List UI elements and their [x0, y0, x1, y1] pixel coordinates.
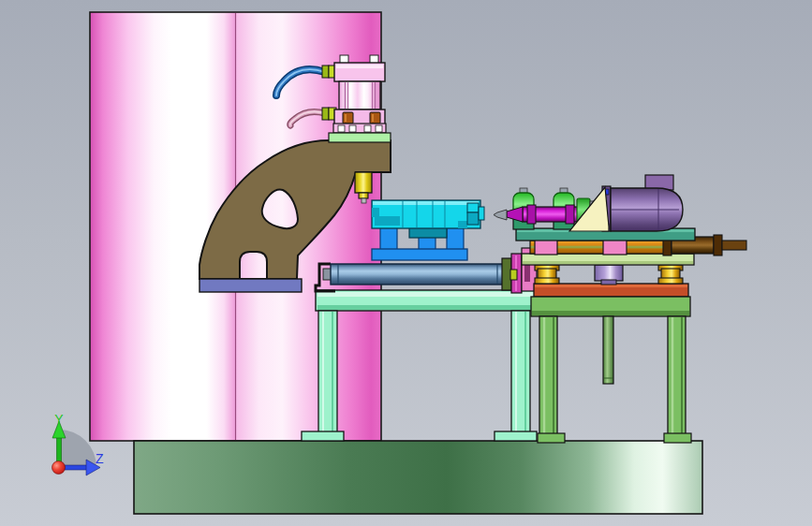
shaft-collar[interactable] [566, 205, 574, 224]
flange-bolt [349, 125, 356, 132]
gold-support-flange[interactable] [535, 278, 559, 284]
brown-cylinder-rod[interactable] [722, 241, 746, 250]
lavender-support-stub[interactable] [601, 280, 616, 285]
tool-tip[interactable] [362, 198, 366, 203]
shading [317, 305, 534, 310]
yellow-quill-step[interactable] [359, 193, 368, 198]
flange-bolt [376, 125, 382, 132]
gold-support-flange[interactable] [658, 278, 683, 284]
fixture-leg[interactable] [447, 227, 464, 251]
shading [336, 65, 383, 68]
copper-nut [343, 112, 353, 124]
right-table-leg-right[interactable] [668, 316, 686, 434]
z-axis-label: Z [96, 451, 104, 466]
shading [523, 261, 693, 264]
yellow-quill[interactable] [355, 172, 372, 193]
right-table-leg-left[interactable] [539, 316, 557, 434]
left-table-foot-left[interactable] [302, 431, 344, 441]
base-plinth-part[interactable] [134, 441, 702, 514]
flange-bolt [364, 125, 371, 132]
left-table-leg-right[interactable] [511, 311, 530, 432]
hanging-rod[interactable] [603, 316, 613, 384]
shaft-collar[interactable] [527, 205, 536, 224]
brown-cylinder-flange[interactable] [714, 235, 722, 256]
shading [458, 221, 467, 228]
fixture-step[interactable] [467, 203, 479, 212]
flange-bolt [338, 125, 345, 132]
slide-cylinder-barrel[interactable] [331, 264, 504, 285]
right-table-foot-left[interactable] [538, 433, 565, 443]
copper-nut [370, 112, 380, 124]
shading [532, 311, 689, 315]
cad-scene: Y Z [0, 0, 812, 526]
left-table-leg-left[interactable] [318, 311, 337, 432]
fixture-step[interactable] [479, 207, 484, 220]
fixture-leg[interactable] [380, 227, 397, 251]
shading [372, 208, 379, 217]
shading [375, 216, 400, 226]
fixture-base-plate[interactable] [372, 249, 467, 260]
arm-base-plate[interactable] [199, 279, 302, 292]
right-table-foot-right[interactable] [664, 433, 691, 443]
fixture-step[interactable] [467, 212, 479, 225]
left-table-foot-right[interactable] [495, 431, 537, 441]
y-axis-label: Y [54, 412, 64, 427]
arm-cap-plate[interactable] [329, 133, 391, 142]
shading [373, 201, 479, 205]
lavender-support[interactable] [595, 265, 623, 281]
cad-viewport: Y Z [0, 0, 812, 526]
air-fitting-top[interactable] [322, 66, 329, 78]
x-axis-origin-ball[interactable] [52, 461, 66, 475]
shading [317, 292, 534, 297]
slide-fitting[interactable] [510, 270, 517, 280]
air-fitting-bottom[interactable] [322, 108, 329, 120]
